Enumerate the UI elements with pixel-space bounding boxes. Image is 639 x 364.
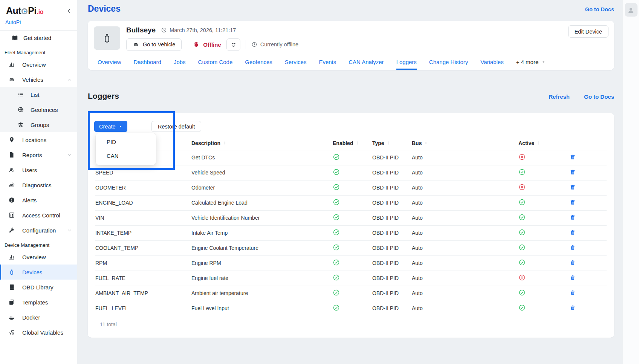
tab-overview[interactable]: Overview xyxy=(98,55,121,70)
tab-more[interactable]: + 4 more xyxy=(516,55,546,70)
sidebar-item-diagnostics[interactable]: Diagnostics xyxy=(0,177,77,193)
trash-icon xyxy=(570,229,576,236)
delete-logger-button[interactable] xyxy=(567,199,576,205)
sidebar-item-reports[interactable]: Reports xyxy=(0,147,77,162)
go-to-docs-link-top[interactable]: Go to Docs xyxy=(585,6,614,12)
tab-services[interactable]: Services xyxy=(285,55,307,70)
sidebar-item-configuration[interactable]: Configuration xyxy=(0,223,77,238)
logger-enabled xyxy=(333,240,372,255)
feedback-widget-button[interactable] xyxy=(625,3,637,17)
active-check-icon xyxy=(518,168,526,176)
globe-icon xyxy=(17,106,24,113)
col-enabled-header[interactable]: Enabled xyxy=(333,136,372,150)
col-type-header[interactable]: Type xyxy=(372,136,412,150)
logger-row: ODOMETER Odometer OBD-II PID Auto xyxy=(95,180,607,195)
delete-logger-button[interactable] xyxy=(567,214,576,220)
logger-type: OBD-II PID xyxy=(372,286,412,301)
sidebar-item-label: Overview xyxy=(22,254,46,260)
restore-default-button[interactable]: Restore default xyxy=(151,121,201,132)
sidebar-item-label: Global Variables xyxy=(22,329,63,336)
logger-actions xyxy=(567,165,607,180)
logger-enabled xyxy=(333,286,372,301)
device-status: Offline xyxy=(193,41,221,48)
sidebar-subgroup-vehicles: ListGeofencesGroups xyxy=(0,87,77,132)
home-link[interactable]: AutoPi xyxy=(5,19,21,25)
tab-change-history[interactable]: Change History xyxy=(429,55,468,70)
logger-row: SPEED Vehicle Speed OBD-II PID Auto xyxy=(95,165,607,180)
edit-device-button[interactable]: Edit Device xyxy=(568,25,608,38)
delete-logger-button[interactable] xyxy=(567,275,576,281)
docker-icon xyxy=(8,314,15,321)
tab-can-analyzer[interactable]: CAN Analyzer xyxy=(349,55,384,70)
delete-logger-button[interactable] xyxy=(567,305,576,311)
table-total: 11 total xyxy=(100,321,117,327)
trash-icon xyxy=(570,305,576,311)
sidebar-item-geofences[interactable]: Geofences xyxy=(0,102,77,117)
delete-logger-button[interactable] xyxy=(567,290,576,296)
device-actions: Go to Vehicle Offline Currently offline xyxy=(126,38,298,51)
create-menu-item-pid[interactable]: PID xyxy=(96,135,156,149)
col-active-header[interactable]: Active xyxy=(518,136,567,150)
logger-actions xyxy=(567,286,607,301)
sidebar-item-vehicles[interactable]: Vehicles xyxy=(0,72,77,87)
logger-row: COOLANT_TEMP Engine Coolant Temperature … xyxy=(95,240,607,255)
sidebar-item-global-variables[interactable]: Global Variables xyxy=(0,325,77,340)
caret-down-icon xyxy=(541,60,546,64)
sidebar-item-obd-library[interactable]: OBD Library xyxy=(0,280,77,295)
refresh-link[interactable]: Refresh xyxy=(549,93,570,100)
sidebar-item-templates[interactable]: Templates xyxy=(0,295,77,310)
col-bus-header[interactable]: Bus xyxy=(412,136,518,150)
logger-active xyxy=(518,271,567,286)
sidebar-item-device-overview[interactable]: Overview xyxy=(0,249,77,265)
logger-name: COOLANT_TEMP xyxy=(95,240,191,255)
logger-bus: Auto xyxy=(412,225,518,240)
delete-logger-button[interactable] xyxy=(567,229,576,236)
sidebar-item-label: Configuration xyxy=(22,227,56,234)
tab-geofences[interactable]: Geofences xyxy=(245,55,272,70)
delete-logger-button[interactable] xyxy=(567,260,576,266)
delete-logger-button[interactable] xyxy=(567,154,576,160)
tab-custom-code[interactable]: Custom Code xyxy=(198,55,233,70)
sidebar-item-get-started[interactable]: Get started xyxy=(0,31,77,45)
create-button[interactable]: Create xyxy=(94,121,127,132)
logger-description: Get DTCs xyxy=(191,150,333,165)
delete-logger-button[interactable] xyxy=(567,169,576,175)
delete-logger-button[interactable] xyxy=(567,184,576,190)
delete-logger-button[interactable] xyxy=(567,245,576,251)
sidebar-item-alerts[interactable]: Alerts xyxy=(0,193,77,208)
logger-description: Ambient air temperature xyxy=(191,286,333,301)
go-to-docs-link-loggers[interactable]: Go to Docs xyxy=(584,93,614,100)
logger-type: OBD-II PID xyxy=(372,210,412,225)
sidebar-collapse-icon[interactable] xyxy=(66,8,72,14)
logger-enabled xyxy=(333,150,372,165)
sidebar-item-overview[interactable]: Overview xyxy=(0,57,77,72)
sidebar-item-devices[interactable]: Devices xyxy=(0,265,77,280)
refresh-status-button[interactable] xyxy=(226,38,240,51)
refresh-icon xyxy=(231,42,236,47)
sidebar-item-groups[interactable]: Groups xyxy=(0,117,77,132)
logger-row: AMBIANT_AIR_TEMP Ambient air temperature… xyxy=(95,286,607,301)
sidebar-item-label: Devices xyxy=(22,269,42,275)
main-content: Devices Go to Docs Bullseye March 27th, … xyxy=(77,0,622,364)
tab-events[interactable]: Events xyxy=(319,55,336,70)
tab-dashboard[interactable]: Dashboard xyxy=(134,55,161,70)
tab-jobs[interactable]: Jobs xyxy=(174,55,186,70)
sidebar-item-access-control[interactable]: Access Control xyxy=(0,208,77,223)
logger-row: ENGINE_LOAD Calculated Engine Load OBD-I… xyxy=(95,195,607,210)
col-actions-header xyxy=(567,136,607,150)
logger-enabled xyxy=(333,165,372,180)
trash-icon xyxy=(570,154,576,160)
chart-bars-icon xyxy=(8,61,15,68)
tab-loggers[interactable]: Loggers xyxy=(396,55,417,70)
logger-description: Intake Air Temp xyxy=(191,225,333,240)
col-description-header[interactable]: Description xyxy=(191,136,333,150)
sidebar-item-docker[interactable]: Docker xyxy=(0,310,77,325)
tab-variables[interactable]: Variables xyxy=(480,55,503,70)
sidebar-item-users[interactable]: Users xyxy=(0,162,77,177)
logger-enabled xyxy=(333,271,372,286)
sidebar-item-list[interactable]: List xyxy=(0,87,77,102)
create-menu-item-can[interactable]: CAN xyxy=(96,149,156,163)
logger-active xyxy=(518,180,567,195)
sidebar-item-locations[interactable]: Locations xyxy=(0,132,77,147)
go-to-vehicle-button[interactable]: Go to Vehicle xyxy=(126,38,182,51)
